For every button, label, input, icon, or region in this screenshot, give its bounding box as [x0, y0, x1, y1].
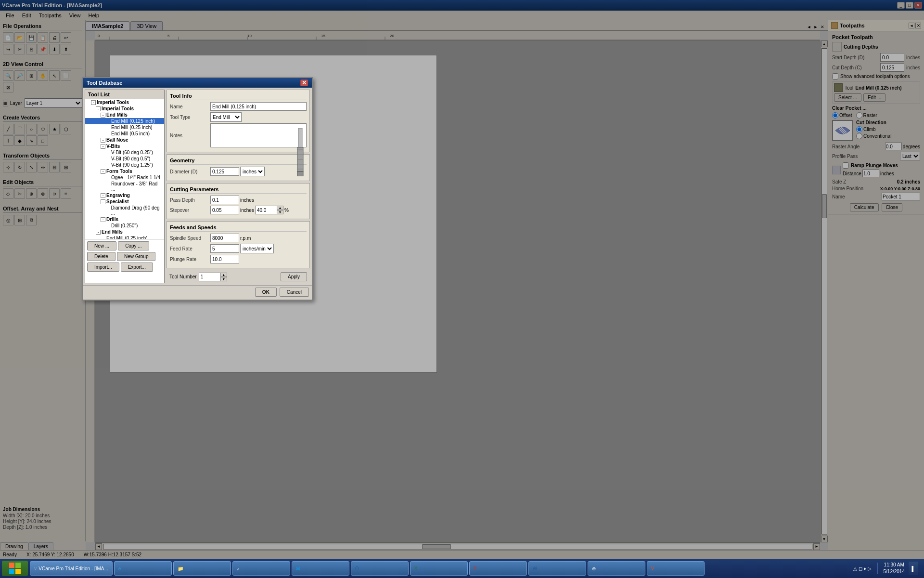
tree-diamond-drag[interactable]: Diamond Drag (90 deg ... [85, 205, 164, 216]
stepover-pct-unit: % [284, 208, 289, 213]
clock-time: 11:30 AM [884, 562, 905, 568]
tree-imperial-tools[interactable]: - Imperial Tools [85, 105, 164, 112]
feed-rate-label: Feed Rate [170, 246, 208, 251]
taskbar-messenger[interactable]: ✉ [292, 561, 349, 576]
form-tools-label: Form Tools [106, 169, 132, 174]
delete-tool-button[interactable]: Delete [87, 252, 116, 261]
spinbox-buttons: ▲ ▼ [277, 206, 283, 214]
tree-end-mill-025[interactable]: End Mill (0.25 inch) [85, 124, 164, 131]
imperial-tools-label: Imperial Tools [102, 106, 134, 111]
tool-name-input[interactable] [210, 102, 307, 111]
end-mill-05-label: End Mill (0.5 inch) [111, 131, 150, 136]
pass-depth-input[interactable] [210, 196, 239, 204]
diameter-unit-select[interactable]: inches mm [240, 167, 265, 176]
taskbar-app-extra[interactable]: V [647, 561, 705, 576]
taskbar-ie[interactable]: e [114, 561, 172, 576]
feeds-speeds-title: Feeds and Speeds [170, 224, 307, 232]
tree-roundover[interactable]: Roundover - 3/8" Rad ... [85, 181, 164, 192]
tool-database-dialog: Tool Database ✕ Tool List - Imperial Too… [82, 77, 313, 301]
tool-notes-row: Notes [170, 123, 307, 147]
svg-rect-26 [15, 563, 21, 568]
tree-end-mill-0125[interactable]: End Mill (0.125 inch) [85, 118, 164, 124]
tool-info-title: Tool Info [170, 93, 307, 100]
diameter-input-group: inches mm [210, 167, 265, 176]
dialog-close-button[interactable]: ✕ [300, 79, 308, 86]
vbit-90-05-label: V-Bit (90 deg 0.5") [111, 156, 150, 161]
stepover-pct-input[interactable] [255, 206, 277, 214]
tool-number-input[interactable] [199, 273, 220, 281]
expand-imperial-tools-icon: - [96, 106, 101, 111]
show-desktop-btn[interactable]: ▌ [909, 562, 918, 575]
taskbar-explorer[interactable]: 📁 [173, 561, 231, 576]
svg-rect-25 [9, 563, 14, 568]
tool-info-panel: Tool Info Name Tool Type End Mill Ball N… [167, 90, 310, 283]
tool-num-down-btn[interactable]: ▼ [220, 277, 227, 281]
taskbar-ppt[interactable]: P [469, 561, 527, 576]
taskbar-vcarve[interactable]: V VCarve Pro Trial Edition - [IMA... [30, 561, 113, 576]
tree-ball-nose[interactable]: - Ball Nose [85, 137, 164, 143]
apply-button[interactable]: Apply [281, 272, 307, 281]
pass-depth-unit: inches [240, 197, 254, 203]
tool-name-row: Name [170, 102, 307, 111]
start-button[interactable] [2, 561, 28, 576]
tree-end-mills[interactable]: - End Mills [85, 112, 164, 118]
spinbox-down-btn[interactable]: ▼ [277, 210, 283, 214]
tree-end-mills-2[interactable]: - End Mills [85, 229, 164, 235]
expand-ball-nose-icon: - [101, 138, 105, 143]
tray-divider [877, 563, 878, 574]
tool-num-up-btn[interactable]: ▲ [220, 273, 227, 277]
tree-drill-025[interactable]: Drill (0.250") [85, 223, 164, 229]
expand-end-mills-2-icon: - [96, 230, 101, 235]
end-mills-label: End Mills [106, 112, 128, 118]
tree-vbit-90-125[interactable]: V-Bit (90 deg 1.25") [85, 162, 164, 168]
plunge-rate-input[interactable] [210, 255, 239, 263]
tree-vbit-60-025[interactable]: V-Bit (60 deg 0.25") [85, 149, 164, 156]
taskbar-outlook[interactable]: O [351, 561, 409, 576]
tree-vbits[interactable]: - V-Bits [85, 143, 164, 149]
import-button[interactable]: Import... [87, 263, 119, 272]
tree-vbit-90-05[interactable]: V-Bit (90 deg 0.5") [85, 156, 164, 162]
tree-imperial-root[interactable]: - Imperial Tools [85, 99, 164, 105]
feed-rate-unit-select[interactable]: inches/min mm/min [240, 244, 274, 253]
taskbar-word[interactable]: W [528, 561, 586, 576]
tree-specialist[interactable]: - Specialist [85, 198, 164, 205]
diamond-drag-label: Diamond Drag (90 deg ... [111, 205, 162, 216]
spinbox-up-btn[interactable]: ▲ [277, 206, 283, 210]
tree-ogee[interactable]: Ogee - 1/4" Rads 1 1/4 [85, 174, 164, 181]
tool-notes-input[interactable] [210, 123, 307, 147]
feed-rate-input[interactable] [210, 244, 239, 253]
geometry-title: Geometry [170, 158, 307, 165]
tree-end-mill-025-2[interactable]: End Mill (0.25 inch) [85, 235, 164, 239]
tool-type-select[interactable]: End Mill Ball Nose V-Bit Drill [210, 112, 242, 122]
copy-tool-button[interactable]: Copy ... [118, 241, 149, 250]
cancel-button[interactable]: Cancel [280, 288, 309, 297]
diameter-row: Diameter (D) inches mm [170, 167, 307, 176]
cutting-params-title: Cutting Parameters [170, 186, 307, 194]
spindle-speed-unit: r.p.m [240, 236, 251, 241]
taskbar-chrome[interactable]: ⊕ [588, 561, 645, 576]
new-group-button[interactable]: New Group [117, 252, 156, 261]
drills-label: Drills [106, 217, 118, 222]
stepover-input[interactable] [210, 206, 239, 214]
dialog-body: Tool List - Imperial Tools - Imperial To… [83, 88, 312, 285]
taskbar-excel[interactable]: X [410, 561, 468, 576]
ok-button[interactable]: OK [255, 288, 277, 297]
svg-rect-27 [9, 569, 14, 574]
spindle-speed-label: Spindle Speed [170, 236, 208, 241]
end-mill-0125-label: End Mill (0.125 inch) [111, 118, 155, 124]
export-button[interactable]: Export... [121, 263, 153, 272]
tree-engraving[interactable]: - Engraving [85, 192, 164, 198]
end-mills-2-label: End Mills [102, 229, 123, 235]
tree-form-tools[interactable]: - Form Tools [85, 168, 164, 174]
stepover-pct-spinbox: ▲ ▼ [255, 206, 283, 214]
stepover-unit: inches [240, 208, 254, 213]
spindle-speed-input[interactable] [210, 234, 239, 242]
new-tool-button[interactable]: New ... [87, 241, 116, 250]
feed-rate-row: Feed Rate inches/min mm/min [170, 244, 307, 253]
tool-list-panel: Tool List - Imperial Tools - Imperial To… [85, 90, 165, 283]
tool-type-row: Tool Type End Mill Ball Nose V-Bit Drill [170, 112, 307, 122]
taskbar-media[interactable]: ♪ [232, 561, 290, 576]
diameter-input[interactable] [210, 167, 239, 176]
tree-end-mill-05[interactable]: End Mill (0.5 inch) [85, 131, 164, 137]
tree-drills[interactable]: - Drills [85, 216, 164, 223]
